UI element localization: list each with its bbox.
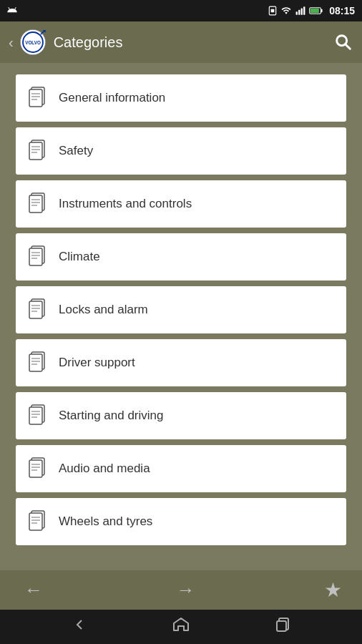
svg-rect-24 <box>29 142 42 160</box>
category-item-6[interactable]: Driver support <box>16 339 346 386</box>
svg-rect-3 <box>271 9 275 13</box>
svg-rect-29 <box>29 195 42 213</box>
volvo-logo: VOLVO <box>19 29 47 56</box>
doc-icon-7 <box>29 404 47 428</box>
category-label-5: Locks and alarm <box>59 303 148 317</box>
category-item-2[interactable]: Safety <box>16 127 346 175</box>
category-label-2: Safety <box>59 144 93 158</box>
header-title: Categories <box>54 34 333 51</box>
svg-marker-63 <box>174 618 188 630</box>
category-item-3[interactable]: Instruments and controls <box>16 180 346 228</box>
header-back-button[interactable]: ‹ <box>9 34 14 51</box>
wifi-icon <box>280 6 292 16</box>
doc-icon-6 <box>29 351 47 375</box>
svg-rect-5 <box>298 10 300 15</box>
doc-icon-2 <box>29 139 47 163</box>
svg-text:VOLVO: VOLVO <box>25 40 41 45</box>
android-home-button[interactable] <box>172 616 190 638</box>
svg-point-0 <box>10 11 11 12</box>
category-label-4: Climate <box>59 250 100 264</box>
svg-rect-39 <box>29 301 42 318</box>
sim-icon <box>268 6 278 16</box>
svg-rect-7 <box>303 6 305 15</box>
category-list: General information Safety <box>0 63 362 570</box>
category-label-8: Audio and media <box>59 462 150 476</box>
header: ‹ VOLVO Categories <box>0 21 362 63</box>
doc-icon-8 <box>29 457 47 481</box>
svg-rect-19 <box>29 89 42 107</box>
category-item-4[interactable]: Climate <box>16 233 346 280</box>
category-item-5[interactable]: Locks and alarm <box>16 286 346 333</box>
doc-icon-9 <box>29 509 47 534</box>
svg-rect-9 <box>321 9 323 12</box>
category-label-3: Instruments and controls <box>59 197 192 211</box>
signal-icon <box>295 6 306 16</box>
nav-back-button[interactable]: ← <box>20 575 47 605</box>
svg-rect-49 <box>29 407 42 424</box>
doc-icon-4 <box>29 245 47 269</box>
svg-point-1 <box>14 11 15 12</box>
svg-line-17 <box>346 44 350 49</box>
svg-rect-10 <box>310 9 319 13</box>
doc-icon-1 <box>29 86 47 110</box>
category-label-9: Wheels and tyres <box>59 514 152 529</box>
battery-icon <box>309 6 323 16</box>
doc-icon-3 <box>29 192 47 216</box>
category-item-1[interactable]: General information <box>16 74 346 122</box>
svg-rect-64 <box>277 621 286 631</box>
svg-rect-4 <box>296 11 298 15</box>
svg-rect-6 <box>301 9 303 15</box>
category-item-8[interactable]: Audio and media <box>16 445 346 492</box>
nav-bar: ← → ★ <box>0 570 362 610</box>
search-icon[interactable] <box>333 32 353 52</box>
nav-star-button[interactable]: ★ <box>324 578 342 602</box>
category-item-7[interactable]: Starting and driving <box>16 392 346 439</box>
status-icons: 08:15 <box>268 5 355 16</box>
svg-rect-54 <box>29 460 42 477</box>
svg-rect-34 <box>29 248 42 265</box>
category-label-6: Driver support <box>59 356 135 370</box>
android-recent-button[interactable] <box>274 616 291 638</box>
nav-forward-button[interactable]: → <box>172 575 200 605</box>
android-icon <box>6 4 19 17</box>
category-item-9[interactable]: Wheels and tyres <box>16 498 346 545</box>
svg-rect-59 <box>29 513 42 530</box>
category-label-1: General information <box>59 91 165 105</box>
android-back-button[interactable] <box>71 616 88 638</box>
status-time: 08:15 <box>329 5 355 16</box>
doc-icon-5 <box>29 298 47 322</box>
status-bar: 08:15 <box>0 0 362 21</box>
category-label-7: Starting and driving <box>59 409 163 423</box>
svg-rect-44 <box>29 354 42 371</box>
android-nav-bar <box>0 610 362 644</box>
